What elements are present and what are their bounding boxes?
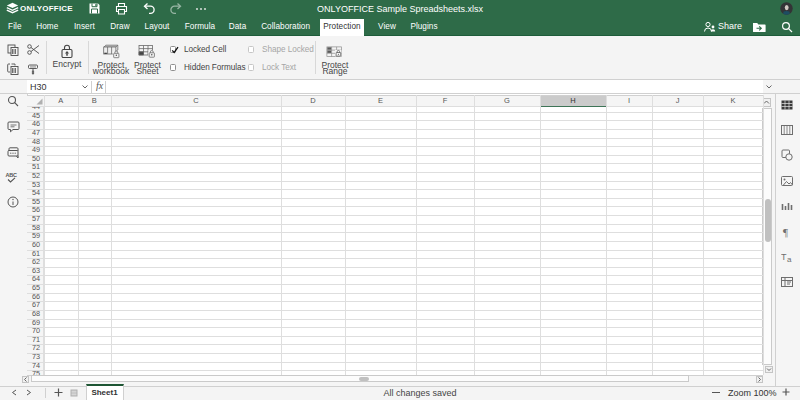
svg-text:¶: ¶ — [783, 226, 788, 238]
svg-text:a: a — [787, 255, 792, 263]
